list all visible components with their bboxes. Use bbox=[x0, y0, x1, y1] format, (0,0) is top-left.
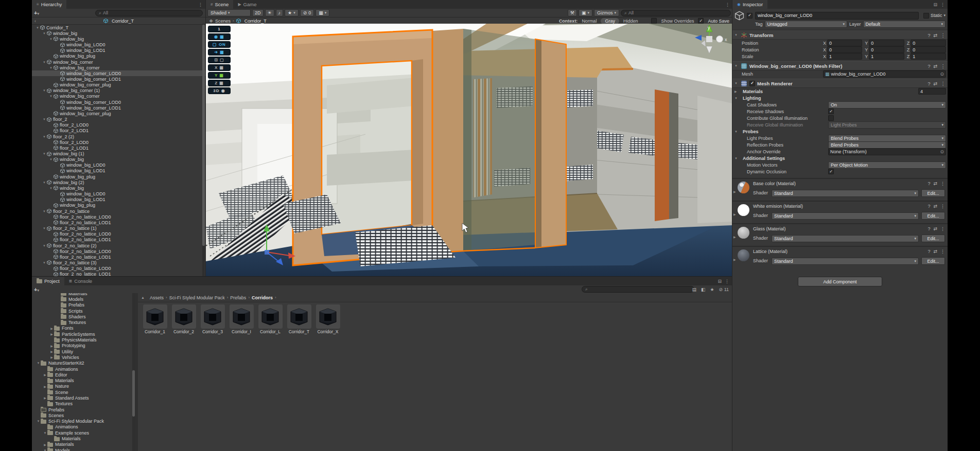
shader-edit-button[interactable]: Edit... bbox=[921, 212, 945, 220]
scene-menu-icon[interactable]: ⋮ bbox=[725, 2, 730, 7]
hierarchy-row[interactable]: ▼ floor_2_no_lattice (3) bbox=[32, 260, 205, 265]
expander-icon[interactable]: ▼ bbox=[42, 152, 47, 155]
favorites-icon[interactable]: ★ bbox=[710, 287, 714, 292]
hierarchy-row[interactable]: ▼ window_big_corner bbox=[32, 59, 205, 65]
expander-icon[interactable]: ▶ bbox=[49, 355, 54, 359]
property-checkbox[interactable] bbox=[828, 115, 834, 121]
folder-row[interactable]: ▼ NatureStarterKit2 bbox=[32, 360, 135, 366]
z-field[interactable]: 1 bbox=[911, 53, 946, 60]
gameobject-name-field[interactable]: window_big_corner_LOD0 bbox=[755, 12, 919, 20]
hierarchy-row[interactable]: window_big_LOD1 bbox=[32, 197, 205, 203]
folder-row[interactable]: Materials bbox=[32, 436, 135, 441]
folder-row[interactable]: ▼ Example scenes bbox=[32, 430, 135, 436]
more-icon[interactable]: ⋮ bbox=[941, 63, 946, 69]
presets-icon[interactable]: ⇄ bbox=[934, 81, 938, 86]
hierarchy-row[interactable]: floor_2_no_lattice_LOD1 bbox=[32, 237, 205, 243]
folder-row[interactable]: ▶ Standard Assets bbox=[32, 395, 135, 401]
help-icon[interactable]: ? bbox=[927, 181, 930, 186]
lighting-foldout[interactable]: ▼ Lighting bbox=[732, 95, 948, 101]
show-overrides-checkbox[interactable] bbox=[651, 18, 657, 24]
expander-icon[interactable]: ▶ bbox=[49, 332, 54, 336]
inspector-menu-icon[interactable]: ⋮ bbox=[940, 2, 945, 7]
hierarchy-row[interactable]: floor_2_LOD0 bbox=[32, 139, 205, 145]
hierarchy-row[interactable]: floor_2_no_lattice_LOD0 bbox=[32, 231, 205, 237]
hierarchy-row[interactable]: window_big_LOD0 bbox=[32, 163, 205, 168]
hierarchy-row[interactable]: ▼ window_big (1) bbox=[32, 151, 205, 156]
breadcrumb-segment[interactable]: Sci-Fi Styled Modular Pack bbox=[169, 295, 225, 300]
folder-row[interactable]: ▶ Fonts bbox=[32, 326, 135, 331]
static-checkbox[interactable] bbox=[923, 13, 929, 19]
lighting-toggle[interactable]: ☀ bbox=[265, 9, 274, 16]
object-picker-icon[interactable]: ⊙ bbox=[940, 71, 944, 77]
expander-icon[interactable]: ▼ bbox=[43, 431, 47, 435]
hierarchy-row[interactable]: window_big_plug bbox=[32, 174, 205, 179]
context-normal-option[interactable]: Normal bbox=[582, 19, 597, 24]
property-checkbox[interactable]: ✓ bbox=[828, 169, 834, 174]
presets-icon[interactable]: ⇄ bbox=[934, 32, 938, 38]
expander-icon[interactable]: ▼ bbox=[42, 89, 47, 92]
presets-icon[interactable]: ⇄ bbox=[934, 63, 938, 69]
hierarchy-row[interactable]: ▼ window_big bbox=[32, 157, 205, 163]
active-checkbox[interactable]: ✓ bbox=[747, 13, 752, 19]
breadcrumb-segment[interactable]: Prefabs bbox=[230, 295, 246, 300]
more-icon[interactable]: ⋮ bbox=[940, 249, 945, 254]
context-hidden-option[interactable]: Hidden bbox=[623, 19, 638, 24]
asset-item[interactable]: Corridor_L bbox=[257, 304, 283, 334]
hierarchy-row[interactable]: window_big_LOD1 bbox=[32, 168, 205, 174]
tab-console[interactable]: ≣ Console bbox=[64, 277, 97, 285]
hierarchy-row[interactable]: ▼ window_big_corner (1) bbox=[32, 88, 205, 94]
hierarchy-row[interactable]: floor_2_no_lattice_LOD1 bbox=[32, 254, 205, 260]
progrids-button[interactable]: 3D ◉ bbox=[208, 87, 231, 94]
project-search-input[interactable]: ⌕ bbox=[582, 286, 694, 293]
hierarchy-row[interactable]: window_big_LOD0 bbox=[32, 191, 205, 197]
asset-item[interactable]: Corridor_T bbox=[286, 304, 312, 334]
tag-dropdown[interactable]: Untagged▾ bbox=[765, 21, 847, 28]
z-field[interactable]: 0 bbox=[911, 46, 946, 53]
hidden-count-badge[interactable]: ⊘ 11 bbox=[719, 287, 729, 292]
asset-item[interactable]: Corridor_1 bbox=[142, 304, 168, 334]
folder-row[interactable]: PhysicsMaterials bbox=[32, 337, 135, 342]
help-icon[interactable]: ? bbox=[927, 81, 930, 86]
progrids-button[interactable]: ⊡ ▢ bbox=[208, 57, 231, 63]
auto-save-checkbox[interactable]: ✓ bbox=[698, 18, 704, 24]
expander-icon[interactable]: ▼ bbox=[42, 244, 47, 247]
hierarchy-row[interactable]: ▼ window_big bbox=[32, 36, 205, 42]
additional-settings-foldout[interactable]: ▼ Additional Settings bbox=[732, 155, 948, 161]
expander-icon[interactable]: ▶ bbox=[49, 350, 54, 353]
folder-row[interactable]: ▶ Materials bbox=[32, 442, 135, 447]
more-icon[interactable]: ⋮ bbox=[941, 32, 946, 38]
expander-icon[interactable]: ▼ bbox=[42, 118, 47, 121]
tools-button[interactable]: ⚒ bbox=[568, 9, 577, 16]
folder-row[interactable]: Animations bbox=[32, 424, 135, 430]
shader-edit-button[interactable]: Edit... bbox=[921, 234, 945, 242]
expander-icon[interactable]: ▼ bbox=[48, 66, 54, 69]
label-filter-icon[interactable]: ◧ bbox=[701, 287, 706, 292]
progrids-button[interactable]: ➔ ▦ bbox=[208, 49, 231, 56]
expander-icon[interactable]: ▼ bbox=[42, 61, 47, 64]
hierarchy-search-input[interactable]: ⌕ All bbox=[95, 10, 203, 16]
expander-icon[interactable]: ▼ bbox=[42, 181, 47, 184]
tab-hierarchy[interactable]: ≡ Hierarchy bbox=[32, 0, 66, 9]
property-checkbox[interactable]: ✓ bbox=[828, 109, 834, 114]
expander-icon[interactable]: ▶ bbox=[43, 396, 47, 400]
folder-row[interactable]: Scene bbox=[32, 389, 135, 395]
dock-icon[interactable]: ⊟ bbox=[717, 279, 722, 284]
expander-icon[interactable]: ▼ bbox=[48, 95, 54, 98]
expander-icon[interactable]: ▼ bbox=[48, 38, 54, 41]
folder-row[interactable]: Scripts bbox=[32, 308, 135, 314]
hierarchy-row[interactable]: floor_2_LOD1 bbox=[32, 128, 205, 134]
x-field[interactable]: 0 bbox=[827, 40, 862, 46]
help-icon[interactable]: ? bbox=[927, 204, 930, 209]
progrids-button[interactable]: Z ▦ bbox=[208, 80, 231, 86]
presets-icon[interactable]: ⇄ bbox=[933, 204, 937, 209]
folder-row[interactable]: Models bbox=[32, 296, 135, 302]
progrids-button[interactable]: Y ▦ bbox=[208, 72, 231, 79]
help-icon[interactable]: ? bbox=[927, 32, 930, 38]
breadcrumb-segment[interactable]: Corridors bbox=[252, 295, 273, 300]
more-icon[interactable]: ⋮ bbox=[941, 81, 946, 86]
material-expander-icon[interactable]: ▶ bbox=[733, 235, 736, 239]
project-menu-icon[interactable]: ⋮ bbox=[725, 279, 729, 284]
progrids-button[interactable]: ◉ ▦ bbox=[208, 33, 231, 40]
folder-row[interactable]: ▶ Nature bbox=[32, 384, 135, 389]
property-dropdown[interactable]: On▾ bbox=[828, 101, 946, 109]
